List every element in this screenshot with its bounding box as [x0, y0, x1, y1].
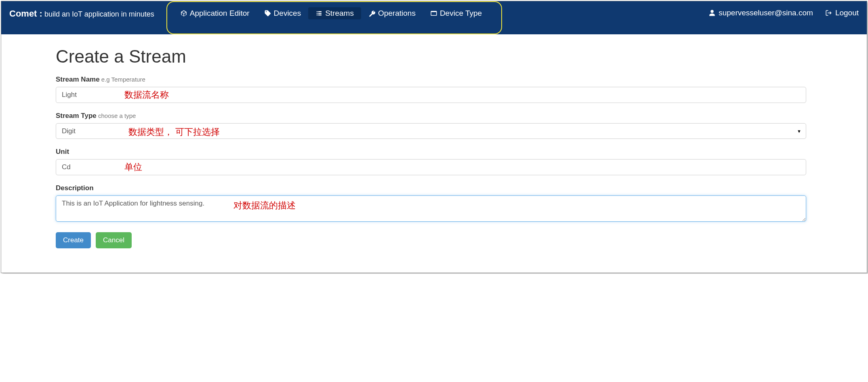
list-icon: [315, 10, 323, 17]
nav-operations[interactable]: Operations: [361, 7, 423, 19]
unit-input[interactable]: [56, 159, 806, 175]
app-frame: Comet : build an IoT application in minu…: [1, 1, 867, 273]
stream-name-input[interactable]: [56, 87, 806, 103]
user-menu[interactable]: supervesseluser@sina.com: [708, 8, 813, 17]
nav-item-label: Device Type: [440, 9, 482, 18]
nav-devices[interactable]: Devices: [257, 7, 309, 19]
tag-icon: [264, 10, 271, 17]
nav-streams[interactable]: Streams: [308, 7, 361, 19]
user-icon: [708, 9, 716, 17]
user-email: supervesseluser@sina.com: [719, 8, 813, 17]
field-unit: Unit 单位: [56, 148, 806, 175]
nav-item-label: Application Editor: [190, 9, 250, 18]
brand-subtitle: build an IoT application in minutes: [42, 10, 154, 18]
brand-name: Comet :: [9, 8, 42, 19]
field-stream-name: Stream Name e.g Temperature 数据流名称: [56, 76, 806, 103]
description-textarea[interactable]: This is an IoT Application for lightness…: [56, 195, 806, 222]
nav-item-label: Streams: [325, 9, 354, 18]
nav-item-label: Operations: [378, 9, 416, 18]
nav-item-label: Devices: [274, 9, 301, 18]
field-stream-type: Stream Type choose a type Digit ▼ 数据类型， …: [56, 112, 806, 139]
stream-name-label: Stream Name e.g Temperature: [56, 76, 806, 84]
description-label: Description: [56, 184, 806, 192]
nav-menu-highlight: Application Editor Devices Streams Opera…: [166, 1, 502, 34]
logout-link[interactable]: Logout: [825, 8, 859, 17]
window-icon: [430, 10, 437, 17]
stream-type-label: Stream Type choose a type: [56, 112, 806, 120]
nav-device-type[interactable]: Device Type: [423, 7, 489, 19]
button-row: Create Cancel: [56, 232, 806, 248]
main-content: Create a Stream Stream Name e.g Temperat…: [1, 34, 867, 273]
wrench-icon: [368, 10, 376, 17]
create-button[interactable]: Create: [56, 232, 91, 248]
logout-label: Logout: [835, 8, 859, 17]
brand: Comet : build an IoT application in minu…: [9, 1, 154, 26]
stream-type-select[interactable]: Digit: [56, 123, 806, 139]
cancel-button[interactable]: Cancel: [96, 232, 132, 248]
page-title: Create a Stream: [56, 46, 806, 67]
nav-application-editor[interactable]: Application Editor: [173, 7, 257, 19]
cube-icon: [180, 10, 187, 17]
logout-icon: [825, 9, 832, 17]
field-description: Description This is an IoT Application f…: [56, 184, 806, 223]
nav-right: supervesseluser@sina.com Logout: [708, 1, 859, 25]
navbar: Comet : build an IoT application in minu…: [1, 1, 867, 34]
unit-label: Unit: [56, 148, 806, 156]
